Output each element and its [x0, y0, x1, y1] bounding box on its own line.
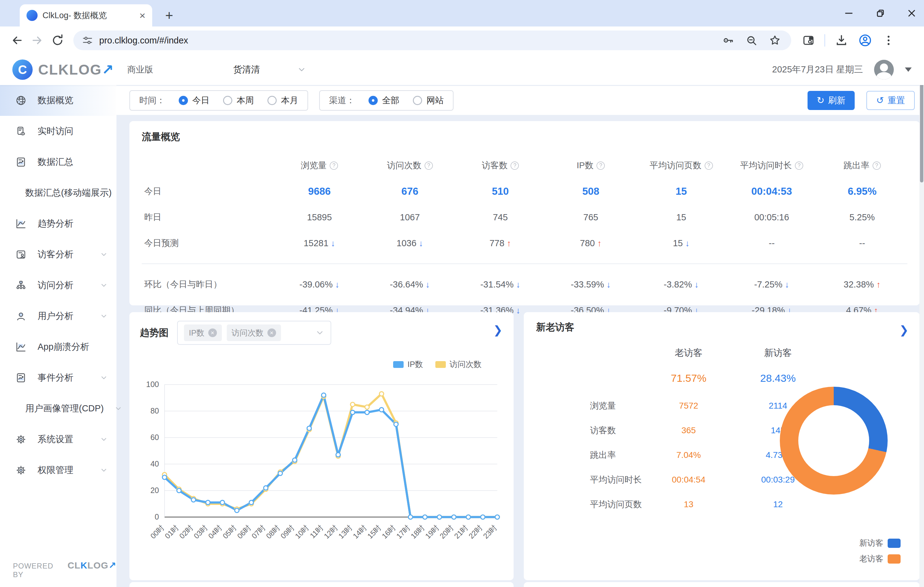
- sidebar-item-2[interactable]: 实时访问: [0, 116, 117, 147]
- metric-tag-label: 访问次数: [232, 328, 264, 338]
- help-icon[interactable]: ?: [424, 162, 433, 170]
- time-filter-option-1[interactable]: 今日: [179, 95, 210, 106]
- tab-favicon-icon: [26, 10, 38, 21]
- page-scrollbar[interactable]: [919, 54, 924, 587]
- arrow-down-icon: ↓: [607, 280, 611, 289]
- radio-icon[interactable]: [368, 96, 378, 105]
- sidebar-item-1[interactable]: 数据概览: [0, 85, 117, 116]
- profile-icon[interactable]: [858, 33, 873, 48]
- reset-button[interactable]: ↺重置: [866, 91, 915, 110]
- sidebar-item-12[interactable]: 系统设置: [0, 424, 117, 455]
- overview-value-cell: 9686: [274, 178, 365, 204]
- zoom-out-icon[interactable]: [745, 34, 758, 47]
- browser-tab-strip: ClkLog- 数据概览 × +: [0, 0, 924, 26]
- sidebar-item-13[interactable]: 权限管理: [0, 455, 117, 486]
- tag-remove-icon[interactable]: ×: [208, 328, 217, 337]
- trend-legend: IP数访问次数: [140, 359, 482, 370]
- svg-text:15时: 15时: [366, 523, 383, 540]
- svg-text:07时: 07时: [250, 523, 267, 540]
- help-icon[interactable]: ?: [795, 162, 803, 170]
- menu-dots-icon[interactable]: [882, 34, 895, 47]
- browser-tab[interactable]: ClkLog- 数据概览 ×: [20, 4, 152, 26]
- visitors-legend-item[interactable]: 老访客: [859, 553, 901, 564]
- arrow-up-icon: ↑: [597, 239, 602, 248]
- sidebar-item-label: 趋势分析: [38, 218, 108, 230]
- visitors-row-label: 平均访问时长: [536, 474, 644, 486]
- radio-icon[interactable]: [413, 96, 422, 105]
- visitor-icon: [15, 248, 27, 261]
- tab-close-icon[interactable]: ×: [139, 10, 145, 21]
- download-icon[interactable]: [834, 33, 848, 48]
- help-icon[interactable]: ?: [873, 162, 881, 170]
- site-settings-icon[interactable]: [81, 34, 94, 46]
- org-icon: [15, 279, 27, 292]
- help-icon[interactable]: ?: [596, 162, 605, 170]
- window-close-button[interactable]: [905, 7, 919, 20]
- sidebar-item-label: 访问分析: [38, 279, 89, 292]
- refresh-button[interactable]: ↻刷新: [807, 91, 855, 110]
- password-key-icon[interactable]: [721, 34, 734, 47]
- url-text[interactable]: pro.clklog.com/#/index: [99, 35, 716, 46]
- sidebar-item-3[interactable]: 数据汇总: [0, 147, 117, 178]
- radio-icon[interactable]: [267, 96, 277, 105]
- url-bar[interactable]: pro.clklog.com/#/index: [73, 31, 791, 50]
- svg-text:01时: 01时: [163, 523, 180, 540]
- time-filter-option-3[interactable]: 本月: [267, 95, 298, 106]
- legend-label: 访问次数: [449, 359, 482, 370]
- filter-bar: 时间： 今日本周本月 渠道： 全部网站 ↻刷新 ↺重置: [117, 85, 924, 115]
- sidebar-item-label: 数据概览: [38, 94, 108, 107]
- powered-by-footer: POWERED BY CLKLOG↗: [0, 560, 117, 587]
- tag-remove-icon[interactable]: ×: [267, 328, 276, 337]
- radio-icon[interactable]: [179, 96, 188, 105]
- project-select[interactable]: 货清清: [233, 63, 306, 76]
- new-tab-button[interactable]: +: [162, 8, 177, 23]
- svg-text:19时: 19时: [424, 523, 441, 540]
- help-icon[interactable]: ?: [705, 162, 713, 170]
- visitors-expand-arrow-icon[interactable]: ❯: [899, 325, 909, 336]
- sidebar-item-4[interactable]: 数据汇总(移动端展示): [0, 178, 117, 208]
- window-restore-button[interactable]: [873, 7, 887, 20]
- sidebar-item-9[interactable]: App崩溃分析: [0, 331, 117, 363]
- overview-value-cell: 00:05:16: [726, 205, 817, 229]
- visitors-legend-swatch: [888, 539, 901, 548]
- channel-filter-option-1[interactable]: 全部: [368, 95, 399, 106]
- old-visitor-value: 13: [644, 492, 733, 517]
- bookmark-star-icon[interactable]: [769, 34, 781, 47]
- overview-value-cell: -36.64%↓: [365, 272, 455, 297]
- legend-item[interactable]: 访问次数: [436, 359, 482, 370]
- overview-column-header: 跳出率?: [817, 153, 908, 178]
- window-minimize-button[interactable]: [842, 7, 856, 20]
- visitors-legend-item[interactable]: 新访客: [859, 538, 901, 549]
- overview-value-cell: 778↑: [455, 231, 546, 256]
- legend-item[interactable]: IP数: [393, 359, 423, 370]
- report-icon: [15, 156, 27, 168]
- arrow-down-icon: ↓: [785, 280, 789, 289]
- help-icon[interactable]: ?: [330, 162, 338, 170]
- sidebar-item-11[interactable]: 用户画像管理(CDP): [0, 393, 117, 424]
- sidebar-item-6[interactable]: 访客分析: [0, 239, 117, 270]
- sidebar-item-8[interactable]: 用户分析: [0, 301, 117, 331]
- channel-filter-option-2[interactable]: 网站: [413, 95, 444, 106]
- overview-column-header: 平均访问时长?: [726, 153, 817, 178]
- sidebar-item-10[interactable]: 事件分析: [0, 363, 117, 393]
- radio-icon[interactable]: [223, 96, 232, 105]
- overview-row-label: 环比（今日与昨日）: [142, 272, 274, 297]
- sidebar-item-7[interactable]: 访问分析: [0, 270, 117, 301]
- back-button[interactable]: [8, 31, 26, 49]
- forward-button[interactable]: [28, 31, 46, 49]
- avatar-dropdown-icon[interactable]: [905, 68, 912, 72]
- side-panel-search-icon[interactable]: [802, 34, 815, 47]
- reload-button[interactable]: [49, 31, 66, 49]
- sidebar-item-5[interactable]: 趋势分析: [0, 208, 117, 239]
- trend-line-chart: 02040608010000时01时02时03时04时05时06时07时08时0…: [140, 372, 503, 572]
- user-avatar[interactable]: [874, 60, 894, 79]
- arrow-up-icon: ↑: [876, 280, 881, 289]
- metric-multiselect[interactable]: IP数×访问次数×: [177, 321, 331, 345]
- metric-tag-label: IP数: [189, 328, 205, 338]
- trend-expand-arrow-icon[interactable]: ❯: [493, 325, 503, 336]
- time-filter-option-2[interactable]: 本周: [223, 95, 254, 106]
- arrow-down-icon: ↓: [516, 306, 520, 315]
- overview-value-cell: 00:04:53: [726, 178, 817, 204]
- help-icon[interactable]: ?: [510, 162, 519, 170]
- overview-value-cell: 15↓: [636, 231, 726, 256]
